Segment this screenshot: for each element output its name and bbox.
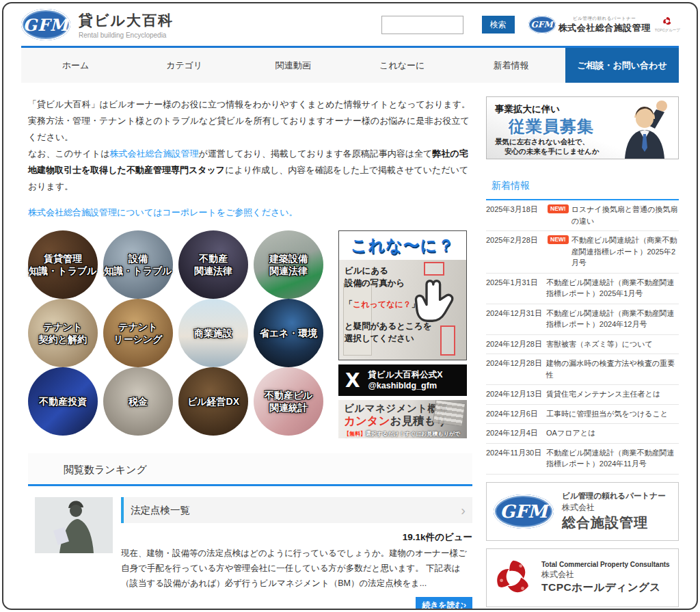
category-grid: 賃貸管理知識・トラブル 設備知識・トラブル 不動産関連法律 建築設備関連法律 テ… [28,230,329,438]
whats-this-photo: ビルにある 設備の写真から 「これってなに？」 と疑問があるところを 選択してく… [339,260,466,360]
tcpc-swirl-icon [662,16,672,26]
news-date: 2024年12月6日 [486,408,546,420]
gfm-logo-text: GFM [500,501,547,522]
category-tax[interactable]: 税金 [103,367,173,436]
category-tenant-leasing[interactable]: テナントリーシング [103,299,173,367]
category-energy-environment[interactable]: 省エネ・環境 [254,299,323,367]
recruit-banner[interactable]: 事業拡大に伴い 従業員募集 景気に左右されない会社で、 安心の未来を手にしません… [486,96,679,159]
category-equipment[interactable]: 設備知識・トラブル [103,230,173,299]
category-label: 建築設備 [269,252,308,265]
new-badge: NEW! [548,235,569,244]
news-item[interactable]: 2025年1月31日 不動産ビル関連統計（商業不動産関連指標レポート）2025年… [486,274,679,304]
recruit-line1: 事業拡大に伴い [495,103,670,116]
read-more-label: 続きを読む [422,600,463,610]
partner-tagline: ビル管理の頼れるパートナー [562,491,666,501]
news-item[interactable]: 2024年12月6日 工事時に管理担当が気をつけること [486,405,679,425]
header-search: 検索 [381,16,515,34]
read-more-button[interactable]: 続きを読む› [416,597,472,610]
category-building-equipment-law[interactable]: 建築設備関連法律 [254,230,323,299]
corporate-link[interactable]: 株式会社総合施設管理についてはコーポレートをご参照ください。 [28,207,298,217]
category-building-dx[interactable]: ビル経営DX [178,367,248,436]
nav-item-category[interactable]: カテゴリ [130,48,239,83]
group-mark: TCPCグループ [655,16,680,33]
chevron-right-icon: › [461,503,466,517]
ranking-item-title-bar[interactable]: 法定点検一覧 › [121,497,472,523]
header-company-logo[interactable]: GFM ビル管理の頼れるパートナー 株式会社総合施設管理 TCPCグループ [528,16,680,34]
recruit-line3: 景気に左右されない会社で、 [495,137,670,147]
news-date: 2025年3月18日 [486,204,546,226]
ranking-item-1: 法定点検一覧 › 19.1k件のビュー 現在、建物・設備等の法定点検はどのように… [28,486,472,610]
news-item[interactable]: 2025年2月28日 NEW! 不動産ビル関連統計（商業不動産関連指標レポート）… [486,231,679,274]
main-column: 「貸ビル大百科」はビルオーナー様のお役に立つ情報をわかりやすくまとめた情報サイト… [28,96,472,610]
news-date: 2025年2月28日 [486,235,546,269]
whats-this-quote: 「これってなに？」 [345,299,461,310]
search-input[interactable] [381,16,463,34]
category-label: テナント [43,321,82,333]
company-inline-link[interactable]: 株式会社総合施設管理 [109,148,198,159]
x-official-banner[interactable]: X 貸ビル大百科公式X @kashibldg_gfm [338,364,467,396]
site-title-block: 貸ビル大百科 Rental building Encyclopedia [79,11,174,39]
whats-this-title: これな〜に？ [339,231,466,260]
estimate-line3: 【無料】選択するだけ！すぐにお見積もりができます [344,430,461,438]
news-date: 2024年12月28日 [486,338,546,350]
nav-item-whats-this[interactable]: これなーに [348,48,457,83]
nav-item-news[interactable]: 新着情報 [457,48,565,83]
news-heading: 新着情報 [486,174,679,200]
whats-this-banner[interactable]: これな〜に？ ビルにある 設備の写真から [338,230,467,360]
news-item[interactable]: 2024年12月13日 賃貸住宅メンテナンス主任者とは [486,385,679,405]
ranking-item-title: 法定点検一覧 [131,504,190,517]
partner-text: Total Commercial Property Consultants 株式… [541,561,670,595]
news-date: 2024年12月31日 [486,308,546,330]
category-investment[interactable]: 不動産投資 [28,367,98,436]
page-frame: GFM 貸ビル大百科 Rental building Encyclopedia … [2,2,698,610]
company-text: ビル管理の頼れるパートナー 株式会社総合施設管理 [558,16,651,34]
content: 「貸ビル大百科」はビルオーナー様のお役に立つ情報をわかりやすくまとめた情報サイト… [3,83,697,610]
category-commercial-facility[interactable]: 商業施設 [178,299,248,367]
news-item[interactable]: 2024年12月28日 害獣被害（ネズミ等）について [486,335,679,355]
news-item[interactable]: 2024年11月30日 不動産ビル関連統計（商業不動産関連指標レポート）2024… [486,444,679,475]
search-button[interactable]: 検索 [482,16,515,34]
news-title: 不動産ビル関連統計（商業不動産関連指標レポート）2024年12月号 [546,308,679,330]
nav-item-home[interactable]: ホーム [21,48,130,83]
intro-p2-pre: なお、このサイトは [28,148,109,159]
news-title: 不動産ビル関連統計（商業不動産関連指標レポート）2024年11月号 [546,447,679,470]
category-label: 関連法律 [269,265,308,277]
banner-column: これな〜に？ ビルにある 設備の写真から [338,230,467,438]
gfm-logo-oval: GFM [494,494,554,529]
nav-contact-button[interactable]: ご相談・お問い合わせ [565,48,679,83]
category-tenant-contract[interactable]: テナント契約と解約 [28,299,98,367]
news-date: 2024年12月13日 [486,388,546,400]
company-logo-oval: GFM [528,16,556,34]
partner-tcpc[interactable]: Total Commercial Property Consultants 株式… [486,548,679,607]
estimate-banner[interactable]: ビルマネジメント概算 カンタンお見積もり 【無料】選択するだけ！すぐにお見積もり… [338,400,467,438]
category-label: 税金 [129,395,148,408]
category-real-estate-law[interactable]: 不動産関連法律 [178,230,248,299]
category-label: 省エネ・環境 [260,327,318,339]
nav-item-videos[interactable]: 関連動画 [239,48,347,83]
partner-gfm[interactable]: GFM ビル管理の頼れるパートナー 株式会社 総合施設管理 [486,482,679,541]
news-title: ロスナイ換気扇と普通の換気扇の違い [571,204,679,226]
site-logo[interactable]: GFM [21,9,70,40]
company-logo-text: GFM [531,20,553,29]
company-tagline: ビル管理の頼れるパートナー [558,16,651,22]
partner-co: 株式会社 [541,569,670,581]
company-name: 株式会社総合施設管理 [558,22,651,34]
news-item[interactable]: 2025年3月18日 NEW! ロスナイ換気扇と普通の換気扇の違い [486,200,679,231]
news-title: 工事時に管理担当が気をつけること [546,408,679,420]
category-label: 賃貸管理 [44,252,82,265]
category-statistics[interactable]: 不動産ビル関連統計 [254,367,323,436]
ranking-thumbnail-inspection [35,497,113,553]
partner-name: TCPCホールディングス [541,581,670,595]
category-label: リーシング [113,333,162,345]
category-label: 契約と解約 [39,333,87,345]
news-item[interactable]: 2024年12月28日 建物の漏水時の検査方法や検査の重要性 [486,354,679,385]
category-area: 賃貸管理知識・トラブル 設備知識・トラブル 不動産関連法律 建築設備関連法律 テ… [28,230,472,438]
news-date: 2024年12月4日 [486,427,546,439]
news-item[interactable]: 2024年12月4日 OAフロアとは [486,424,679,444]
news-title: 不動産ビル関連統計（商業不動産関連指標レポート）2025年2月号 [571,235,679,269]
news-item[interactable]: 2024年12月31日 不動産ビル関連統計（商業不動産関連指標レポート）2024… [486,304,679,335]
ranking-item-right: 法定点検一覧 › 19.1k件のビュー 現在、建物・設備等の法定点検はどのように… [121,497,472,610]
partner-tagline: Total Commercial Property Consultants [541,561,670,568]
news-title: 害獣被害（ネズミ等）について [546,338,679,350]
category-rental-management[interactable]: 賃貸管理知識・トラブル [28,230,98,299]
